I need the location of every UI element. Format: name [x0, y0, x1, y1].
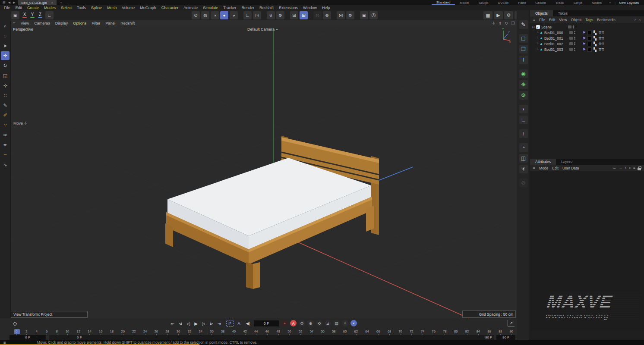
range-slider[interactable]: 0 F 90 F	[49, 335, 494, 340]
grid-icon[interactable]: ⊞	[290, 11, 298, 19]
object-row[interactable]: └ ▲ Bed01_002 ⚑ ▚ ⇈⇈	[530, 41, 644, 47]
phong-tag-icon[interactable]: ⚑	[582, 42, 586, 46]
forward-icon[interactable]: ▶	[13, 1, 15, 4]
visibility-dots[interactable]	[574, 48, 575, 51]
spline-pen-icon[interactable]: ✎	[519, 20, 528, 29]
new-tab-button[interactable]: +	[57, 1, 66, 5]
up-arrow-icon[interactable]: ↑	[625, 166, 627, 170]
object-row[interactable]: └ ▲ Bed01_000 ⚑ ▚ ⇈⇈	[530, 30, 644, 35]
spline-dots-tool[interactable]: ∵	[1, 121, 9, 129]
layout-tab[interactable]: Nodes	[587, 0, 606, 5]
uvw-tag-icon[interactable]: ⇈⇈	[598, 42, 604, 46]
layout-tab[interactable]: UVEdit	[493, 0, 513, 5]
z-axis-lock-button[interactable]: Z	[37, 11, 44, 19]
fcurve-editor-icon[interactable]: ↗	[508, 320, 515, 326]
bed-model[interactable]	[165, 136, 379, 289]
phong-tag-icon[interactable]: ⚑	[582, 36, 586, 41]
camera-object-icon[interactable]: ◫	[519, 154, 528, 163]
render-settings-button[interactable]: ⚙	[504, 11, 513, 19]
move-tool[interactable]: ✛	[1, 51, 9, 60]
panel-tab[interactable]: Layers	[556, 159, 578, 165]
search-icon[interactable]: ⌕	[635, 17, 637, 22]
light-object-icon[interactable]: ☀	[519, 165, 528, 173]
modeling-circle-icon[interactable]: ⊙	[192, 11, 200, 19]
brush-tool[interactable]: ✑	[1, 131, 9, 139]
transform-tool[interactable]: ⊹	[1, 81, 9, 90]
menu-item[interactable]: Create	[25, 6, 41, 10]
new-layouts-button[interactable]: New Layouts	[616, 1, 641, 5]
quantize-grid-icon[interactable]: ⊞	[300, 11, 308, 19]
menu-item[interactable]: Mesh	[104, 6, 119, 10]
forward-arrow-icon[interactable]: →	[619, 166, 622, 170]
material-tag-icon[interactable]	[587, 31, 592, 35]
key-parameter-button[interactable]: ▤	[333, 320, 340, 326]
uvw-tag-icon[interactable]: ⇈⇈	[598, 36, 604, 41]
workplane-square-icon[interactable]: ◳	[253, 11, 261, 19]
uvw-tag-icon[interactable]: ⇈⇈	[598, 47, 604, 52]
menu-item[interactable]: Edit	[13, 6, 25, 10]
key-pla-button[interactable]: ≡	[342, 320, 348, 326]
keyframe-diamond-icon[interactable]: ◇	[13, 320, 17, 326]
texture-tag-icon[interactable]: ▚	[593, 36, 597, 41]
viewport-menu-icon[interactable]: ≡	[13, 21, 16, 25]
texture-tag-icon[interactable]: ▚	[593, 31, 597, 35]
object-row[interactable]: └ ▲ Bed01_001 ⚑ ▚ ⇈⇈	[530, 35, 644, 41]
attributes-menu-item[interactable]: Mode	[539, 166, 548, 170]
material-tag-icon[interactable]	[587, 36, 592, 41]
viewport-menu-item[interactable]: Options	[70, 21, 89, 25]
target-circle-icon[interactable]: ⊚	[323, 11, 331, 19]
menu-item[interactable]: Redshift	[257, 6, 276, 10]
object-name[interactable]: Bed01_003	[544, 47, 569, 52]
menu-item[interactable]: Character	[159, 6, 181, 10]
tweak-tool[interactable]: ➤	[1, 41, 9, 50]
texture-tag-icon[interactable]: ▚	[593, 42, 597, 46]
material-icon[interactable]: ⊘	[519, 179, 528, 187]
autokeying-button[interactable]: A	[290, 320, 297, 326]
lock-icon[interactable]	[638, 168, 641, 170]
half-shade-icon[interactable]: ◑	[211, 11, 219, 19]
layout-tab[interactable]: Paint	[513, 0, 530, 5]
pan-icon[interactable]: ✛	[492, 21, 496, 25]
volume-button[interactable]: ◀)	[244, 320, 252, 327]
menu-item[interactable]: Volume	[119, 6, 137, 10]
object-name[interactable]: Scene	[541, 25, 568, 29]
object-row[interactable]: └ ▲ Bed01_003 ⚑ ▚ ⇈⇈	[530, 47, 644, 52]
menu-item[interactable]: Extensions	[276, 6, 300, 10]
next-frame-button[interactable]: ▷	[200, 320, 207, 327]
axis-mode-icon[interactable]: ∟	[243, 11, 252, 19]
object-name[interactable]: Bed01_002	[544, 42, 569, 46]
menu-item[interactable]: Window	[300, 6, 319, 10]
field-icon[interactable]: ◗	[519, 105, 528, 113]
layer-chip[interactable]	[569, 42, 573, 45]
goto-end-button[interactable]: ⇥	[216, 320, 223, 327]
key-position-button[interactable]: ⊕	[307, 320, 314, 326]
add-layout-button[interactable]: +	[606, 1, 614, 5]
menu-item[interactable]: Tracker	[221, 6, 239, 10]
play-button[interactable]: ▶	[193, 320, 199, 327]
objects-menu-icon[interactable]: ≡	[533, 18, 535, 22]
home-icon[interactable]: ⌂	[639, 18, 641, 22]
spline-pen-tool[interactable]: ✎	[1, 101, 9, 110]
timeline-ruler[interactable]: 0246810121416182022242628303234363840424…	[0, 329, 517, 335]
panel-tab[interactable]: Attributes	[530, 159, 556, 165]
key-rotation-button[interactable]: ⟲	[316, 320, 322, 326]
layout-tab[interactable]: Sculpt	[474, 0, 493, 5]
view-transform-box[interactable]: View Transform: Project	[11, 311, 88, 318]
magnet-snap-icon[interactable]: ⊎	[267, 11, 275, 19]
deformer-icon[interactable]: ≀	[519, 129, 528, 138]
objects-menu-item[interactable]: File	[539, 18, 545, 22]
panel-tab[interactable]: Objects	[530, 10, 553, 16]
range-start-field[interactable]: 0 F	[9, 335, 46, 340]
attributes-menu-icon[interactable]: ≡	[533, 166, 535, 170]
filter-icon[interactable]: ≡	[633, 166, 635, 170]
loop-playback-button[interactable]: ⇄	[226, 320, 234, 327]
axis-gizmo[interactable]: Y X Z	[496, 27, 512, 44]
rotate-tool[interactable]: ↻	[1, 61, 9, 70]
layer-chip[interactable]	[568, 25, 571, 28]
motext-icon[interactable]: T	[519, 56, 528, 64]
layout-tab[interactable]: Model	[455, 0, 474, 5]
maximize-view-icon[interactable]: ❒	[511, 21, 515, 25]
snap-settings-icon[interactable]: ⚙	[276, 11, 284, 19]
viewport-3d[interactable]: Perspective Default Camera ⌖ Move ✛ View…	[11, 26, 517, 318]
menu-item[interactable]: Select	[58, 6, 74, 10]
